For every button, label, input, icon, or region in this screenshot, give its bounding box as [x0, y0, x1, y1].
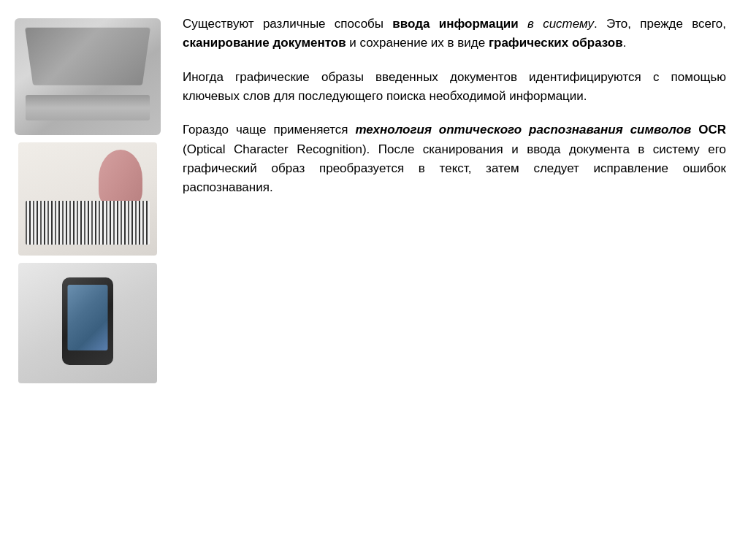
phone-scan-image [18, 263, 157, 383]
page-container: Существуют различные способы ввода инфор… [0, 0, 748, 560]
barcode-scanner-image [18, 142, 157, 256]
bold-italic-text: технология оптического распознавания сим… [355, 123, 691, 137]
bold-text: ввода информации [392, 17, 518, 31]
right-column: Существуют различные способы ввода инфор… [168, 15, 726, 545]
text-block-2: Иногда графические образы введенных доку… [183, 68, 726, 107]
bold-text-3: графических образов [489, 36, 623, 50]
text-block-1: Существуют различные способы ввода инфор… [183, 15, 726, 53]
italic-text: в систему [527, 17, 594, 31]
bold-text-2: сканирование документов [183, 36, 346, 50]
ocr-label: OCR [698, 123, 726, 137]
left-column [7, 15, 168, 545]
scanner-image [15, 18, 161, 135]
text-block-3: Гораздо чаще применяется технология опти… [183, 120, 726, 197]
